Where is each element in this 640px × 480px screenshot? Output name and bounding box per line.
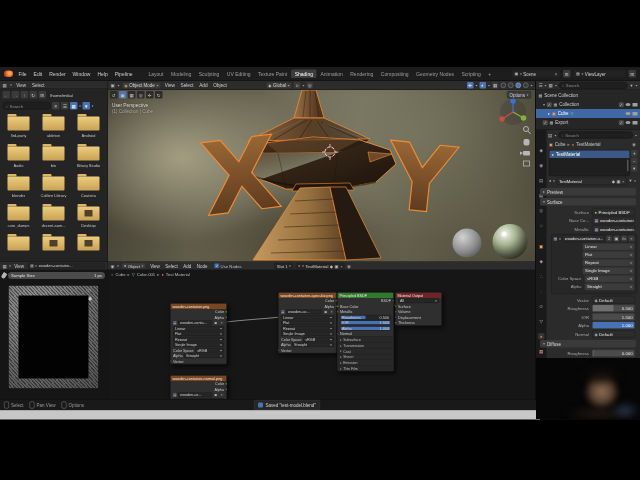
taskbar[interactable] <box>0 410 540 420</box>
proportional-edit-icon[interactable]: ◎ <box>306 82 313 89</box>
pin-icon[interactable]: ◉ <box>632 142 636 147</box>
tab-tool[interactable]: ◆ <box>538 147 545 154</box>
display-vertical-list-icon[interactable]: ≡ <box>52 102 60 110</box>
node-image-texture-normal[interactable]: wooden-container-normal.png Color Alpha … <box>170 375 227 399</box>
diffuse-roughness-slider[interactable]: 0.000 <box>592 350 635 358</box>
projection-dropdown[interactable]: Flat <box>281 321 334 326</box>
node-image-texture-base[interactable]: wooden-container.png Color Alpha ▦wooden… <box>170 303 227 365</box>
editor-type-icon[interactable]: ▦ <box>3 263 7 268</box>
viewport-zoom-icon[interactable] <box>524 127 531 135</box>
panel-thin-film[interactable]: ▸Thin Film <box>338 365 394 371</box>
breadcrumb-material[interactable]: TestMaterial <box>576 142 600 147</box>
image-name-field[interactable]: wooden-co... <box>178 393 212 398</box>
collection-checkbox[interactable]: ✓ <box>547 102 552 107</box>
mode-selector[interactable]: ◉ Object Mode <box>122 82 161 89</box>
folder-item[interactable]: core_dumps <box>1 202 36 232</box>
image-pin-icon[interactable]: ◉ <box>88 295 92 301</box>
menu-pipeline[interactable]: Pipeline <box>113 71 134 77</box>
slot-selector[interactable]: Slot 1 <box>274 263 293 270</box>
outliner-row-export[interactable]: ✓ ▦ Export ✓ <box>536 118 640 127</box>
tab-sculpting[interactable]: Sculpting <box>195 70 223 79</box>
transform-orientation-selector[interactable]: ◆ Global <box>266 82 292 89</box>
slot-specials-button[interactable]: ▾ <box>631 165 638 172</box>
sample-size-control[interactable]: Sample Size 1 px <box>8 272 105 279</box>
menu-select[interactable]: Select <box>179 83 195 89</box>
back-button[interactable]: ← <box>3 91 11 99</box>
node-principled-bsdf[interactable]: Principled BSDF BSDF Base Color Metallic… <box>337 292 394 372</box>
parent-dir-button[interactable]: ↑ <box>21 91 29 99</box>
alpha-mode-dropdown[interactable]: Straight <box>585 283 635 291</box>
image-icon[interactable]: ▦ <box>554 236 558 241</box>
exclude-checkbox[interactable]: ✓ <box>619 120 624 125</box>
shading-wireframe-icon[interactable] <box>501 83 507 89</box>
material-name-field[interactable]: TestMaterial ◆ ▣ × <box>556 177 627 185</box>
copy-icon[interactable]: ▣ <box>617 178 621 183</box>
extension-dropdown[interactable]: Repeat <box>583 259 635 267</box>
use-nodes-checkbox[interactable]: ✓ Use Nodes <box>215 263 242 268</box>
copy-icon[interactable]: ▣ <box>614 236 620 242</box>
remove-slot-button[interactable]: − <box>631 158 638 165</box>
unlink-scene-icon[interactable]: × <box>555 71 558 76</box>
normal-default-field[interactable]: ◆ Default <box>592 330 635 338</box>
material-selector[interactable]: ● TestMaterial ◆ ▣ × <box>296 263 346 270</box>
unlink-icon[interactable]: × <box>629 236 635 242</box>
expand-icon[interactable]: ▾ <box>543 102 545 107</box>
viewport-move-icon[interactable] <box>524 139 530 146</box>
tab-rendering[interactable]: Rendering <box>347 70 377 79</box>
new-view-layer-button[interactable]: ⊞ <box>629 70 637 78</box>
refresh-button[interactable]: ↻ <box>30 91 38 99</box>
create-folder-button[interactable]: ⊞ <box>39 91 47 99</box>
tab-texture-paint[interactable]: Texture Paint <box>254 70 290 79</box>
viewport-camera-icon[interactable] <box>520 151 530 156</box>
unlink-icon[interactable]: × <box>340 263 342 268</box>
folder-item[interactable]: Calibre Library <box>36 172 71 202</box>
shading-rendered-icon[interactable] <box>523 83 529 89</box>
fake-user-icon[interactable]: ◆ <box>330 263 333 268</box>
interpolation-dropdown[interactable]: Linear <box>173 326 224 331</box>
navigation-gizmo[interactable] <box>499 98 526 125</box>
extension-dropdown[interactable]: Repeat <box>281 326 334 331</box>
display-mode-icon[interactable]: ▦ <box>549 83 553 88</box>
editor-type-icon[interactable]: ▦ <box>3 82 7 87</box>
menu-add[interactable]: Add <box>198 83 209 89</box>
tab-object-data[interactable]: ▽ <box>538 318 545 325</box>
expand-icon[interactable]: ▸ <box>548 111 550 116</box>
hide-eye-icon[interactable] <box>626 121 631 124</box>
hide-eye-icon[interactable] <box>626 103 631 106</box>
folder-item[interactable] <box>71 232 106 262</box>
folder-item[interactable]: Bitwig Studio <box>71 142 106 172</box>
node-material-output[interactable]: Material Output All Surface Volume Displ… <box>395 292 442 326</box>
hide-eye-icon[interactable] <box>626 112 631 115</box>
tool-cursor-icon[interactable]: ◎ <box>137 91 145 99</box>
exclude-checkbox[interactable]: ✓ <box>619 102 624 107</box>
vector-default-field[interactable]: ◆ Default <box>592 296 635 304</box>
folder-item[interactable]: 3rd-party <box>1 112 36 142</box>
image-name-field[interactable]: wooden-container-s... <box>562 235 604 242</box>
scene-selector[interactable]: ▣ Scene × <box>512 70 560 78</box>
ior-slider[interactable]: IOR 1.500 <box>340 321 391 326</box>
forward-button[interactable]: → <box>12 91 20 99</box>
render-camera-icon[interactable] <box>633 121 638 125</box>
menu-edit[interactable]: Edit <box>32 71 44 77</box>
tab-modifiers[interactable]: ◆ <box>538 258 545 265</box>
source-dropdown[interactable]: Single Image <box>173 343 224 348</box>
image-name-field[interactable]: wooden-conta... <box>178 321 212 326</box>
blender-logo-icon[interactable] <box>4 71 13 78</box>
target-dropdown[interactable]: All <box>398 299 439 304</box>
folder-item[interactable]: bin <box>36 142 71 172</box>
menu-object[interactable]: Object <box>212 83 229 89</box>
tool-select-box-icon[interactable]: ▦ <box>128 91 136 99</box>
outliner-search-input[interactable]: ○ Search <box>559 82 628 89</box>
tool-history-icon[interactable]: ↺ <box>110 91 118 99</box>
browse-material-icon[interactable]: ● <box>549 179 551 184</box>
folder-item[interactable]: Coateira <box>71 172 106 202</box>
roughness-slider[interactable]: 0.500 <box>592 305 635 313</box>
menu-render[interactable]: Render <box>48 71 67 77</box>
image-name-field[interactable]: wooden-co... <box>286 310 322 315</box>
tab-material[interactable]: ● <box>538 333 545 340</box>
source-dropdown[interactable]: Single Image <box>281 332 334 337</box>
menu-add[interactable]: Add <box>182 263 193 268</box>
tab-geometry-nodes[interactable]: Geometry Nodes <box>413 70 458 79</box>
fake-user-icon[interactable]: ◆ <box>612 178 615 183</box>
panel-preview[interactable]: ▸Preview <box>540 188 636 196</box>
